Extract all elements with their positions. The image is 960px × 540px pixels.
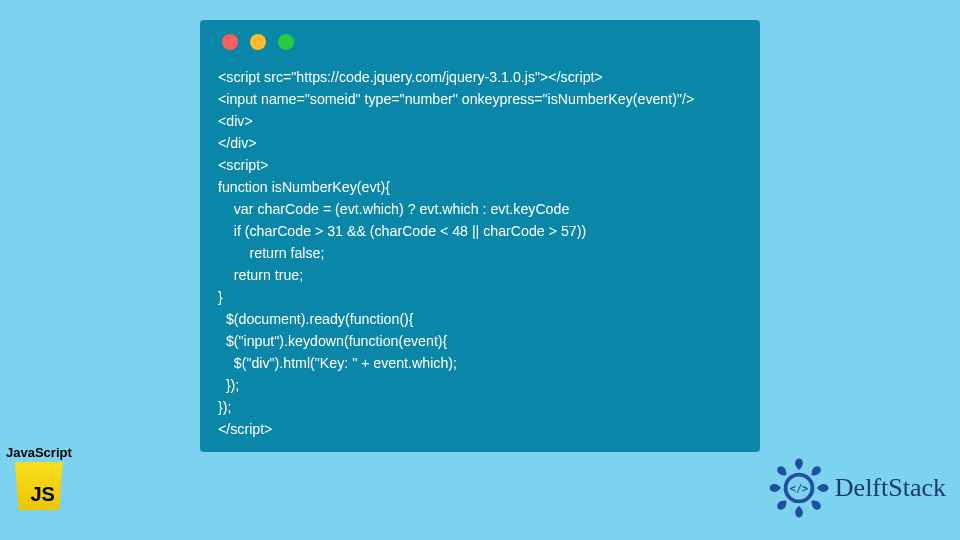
delftstack-brand: </> DelftStack xyxy=(767,456,946,520)
delftstack-logo-icon: </> xyxy=(767,456,831,520)
javascript-label: JavaScript xyxy=(6,445,72,460)
code-block: <script src="https://code.jquery.com/jqu… xyxy=(218,66,742,440)
window-controls xyxy=(222,34,742,50)
javascript-logo-icon: JS xyxy=(15,462,63,510)
maximize-icon xyxy=(278,34,294,50)
code-window: <script src="https://code.jquery.com/jqu… xyxy=(200,20,760,452)
delftstack-name: DelftStack xyxy=(835,473,946,503)
close-icon xyxy=(222,34,238,50)
minimize-icon xyxy=(250,34,266,50)
javascript-logo-text: JS xyxy=(30,483,54,506)
javascript-badge: JavaScript JS xyxy=(6,445,72,510)
svg-text:</>: </> xyxy=(790,482,809,494)
